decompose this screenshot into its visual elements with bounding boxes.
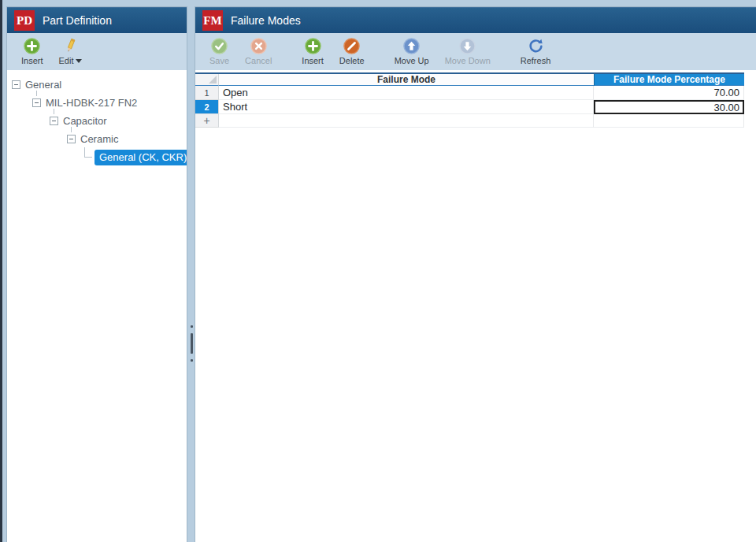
edit-pencil-icon <box>62 38 79 54</box>
refresh-button[interactable]: Refresh <box>513 35 559 69</box>
cancel-label: Cancel <box>245 56 272 65</box>
insert-plus-icon <box>24 38 40 54</box>
part-definition-badge-icon: PD <box>14 10 35 31</box>
part-definition-toolbar: Insert Edit <box>7 33 187 70</box>
failure-mode-cell[interactable]: Open <box>219 86 594 100</box>
failure-mode-cell[interactable]: Short <box>219 100 594 114</box>
tree-item-general-ck-ckr[interactable]: General (CK, CKR) <box>7 148 187 166</box>
insert-row-label: Insert <box>302 56 324 65</box>
part-definition-tree: General MIL-HDBK-217 FN2 Capacitor Ceram… <box>7 70 187 542</box>
add-row-button[interactable]: + <box>195 114 219 128</box>
tree-item-label[interactable]: Capacitor <box>63 115 107 127</box>
tree-item-label-selected[interactable]: General (CK, CKR) <box>94 150 187 165</box>
move-up-label: Move Up <box>395 56 429 65</box>
failure-modes-header: FM Failure Modes <box>195 7 756 33</box>
delete-row-button[interactable]: Delete <box>332 35 372 69</box>
tree-item-label[interactable]: General <box>25 79 61 91</box>
tree-connector-line <box>71 127 72 132</box>
insert-part-label: Insert <box>21 56 43 65</box>
part-definition-panel: PD Part Definition Insert Edit General <box>6 6 187 542</box>
save-check-icon <box>211 38 228 54</box>
splitter-grip-icon[interactable] <box>190 325 194 362</box>
tree-item-label[interactable]: MIL-HDBK-217 FN2 <box>46 97 137 109</box>
delete-row-label: Delete <box>339 56 365 65</box>
move-down-button[interactable]: Move Down <box>437 35 498 69</box>
refresh-label: Refresh <box>521 56 551 65</box>
failure-modes-toolbar: Save Cancel Insert Delete Move Up <box>195 33 756 70</box>
insert-part-button[interactable]: Insert <box>13 35 51 69</box>
collapse-toggle-icon[interactable] <box>12 80 20 89</box>
tree-item-mil-hdbk-217[interactable]: MIL-HDBK-217 FN2 <box>7 94 187 112</box>
tree-connector-line <box>36 91 37 96</box>
collapse-toggle-icon[interactable] <box>50 117 58 125</box>
edit-part-button[interactable]: Edit <box>51 35 91 69</box>
tree-item-capacitor[interactable]: Capacitor <box>7 112 187 130</box>
edit-dropdown-caret-icon <box>76 59 82 63</box>
failure-modes-panel: FM Failure Modes Save Cancel Insert <box>195 6 756 542</box>
tree-elbow-connector <box>84 147 92 158</box>
percentage-cell[interactable]: 70.00 <box>594 86 744 100</box>
row-number-cell-selected[interactable]: 2 <box>195 100 219 114</box>
part-definition-title: Part Definition <box>43 14 112 27</box>
row-number-cell[interactable]: 1 <box>195 86 219 100</box>
window-edge <box>0 0 2 542</box>
failure-modes-grid-wrap: Failure Mode Failure Mode Percentage 1 O… <box>195 72 756 128</box>
part-definition-header: PD Part Definition <box>7 7 187 33</box>
insert-plus-icon <box>305 38 321 54</box>
move-down-arrow-icon <box>459 38 476 54</box>
move-up-arrow-icon <box>403 38 420 54</box>
move-up-button[interactable]: Move Up <box>387 35 437 69</box>
cancel-button[interactable]: Cancel <box>237 35 280 69</box>
corner-triangle-icon <box>209 76 217 84</box>
save-button[interactable]: Save <box>202 35 237 69</box>
panel-splitter[interactable] <box>188 6 195 542</box>
select-all-corner-cell[interactable] <box>195 74 219 86</box>
empty-cell[interactable] <box>594 114 744 128</box>
percentage-cell-editing[interactable]: 30.00 <box>594 100 744 114</box>
collapse-toggle-icon[interactable] <box>32 98 41 107</box>
move-down-label: Move Down <box>445 56 491 65</box>
refresh-icon <box>528 38 544 54</box>
failure-modes-table: Failure Mode Failure Mode Percentage 1 O… <box>195 72 744 128</box>
save-label: Save <box>209 56 229 65</box>
delete-slash-icon <box>343 38 360 54</box>
tree-connector-line <box>54 109 54 114</box>
empty-cell[interactable] <box>219 114 594 128</box>
cancel-x-icon <box>250 38 267 54</box>
failure-modes-title: Failure Modes <box>231 14 301 27</box>
tree-item-label[interactable]: Ceramic <box>80 133 118 145</box>
tree-item-ceramic[interactable]: Ceramic <box>7 130 187 148</box>
tree-item-general[interactable]: General <box>7 76 187 94</box>
collapse-toggle-icon[interactable] <box>67 135 76 143</box>
insert-row-button[interactable]: Insert <box>294 35 332 69</box>
failure-modes-badge-icon: FM <box>202 10 223 31</box>
column-header-failure-mode[interactable]: Failure Mode <box>219 74 594 86</box>
column-header-failure-mode-percentage[interactable]: Failure Mode Percentage <box>594 74 744 86</box>
edit-part-label: Edit <box>59 56 74 65</box>
